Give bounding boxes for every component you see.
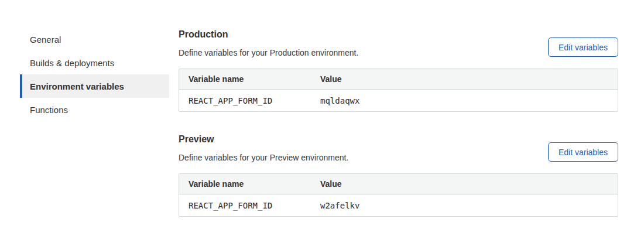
settings-content: Production Define variables for your Pro… bbox=[179, 29, 618, 217]
sidebar-item-functions[interactable]: Functions bbox=[20, 98, 169, 121]
column-header-value: Value bbox=[311, 74, 618, 84]
production-section: Production Define variables for your Pro… bbox=[179, 29, 618, 112]
variable-value-cell: mqldaqwx bbox=[311, 96, 618, 105]
sidebar-item-builds-deployments[interactable]: Builds & deployments bbox=[20, 51, 169, 74]
edit-variables-button-preview[interactable]: Edit variables bbox=[548, 142, 618, 162]
production-variables-table: Variable name Value REACT_APP_FORM_ID mq… bbox=[179, 69, 618, 112]
variable-value-cell: w2afelkv bbox=[311, 201, 618, 210]
sidebar-item-environment-variables[interactable]: Environment variables bbox=[20, 74, 169, 98]
column-header-variable-name: Variable name bbox=[179, 179, 311, 189]
preview-variables-table: Variable name Value REACT_APP_FORM_ID w2… bbox=[179, 173, 618, 217]
settings-sidebar: General Builds & deployments Environment… bbox=[20, 28, 169, 121]
variable-name-cell: REACT_APP_FORM_ID bbox=[179, 201, 311, 210]
table-header-row: Variable name Value bbox=[179, 174, 618, 194]
column-header-variable-name: Variable name bbox=[179, 74, 311, 84]
table-row: REACT_APP_FORM_ID w2afelkv bbox=[179, 194, 618, 216]
variable-name-cell: REACT_APP_FORM_ID bbox=[179, 96, 311, 105]
table-row: REACT_APP_FORM_ID mqldaqwx bbox=[179, 90, 618, 111]
table-header-row: Variable name Value bbox=[179, 69, 618, 90]
sidebar-item-general[interactable]: General bbox=[20, 28, 169, 51]
edit-variables-button-production[interactable]: Edit variables bbox=[548, 37, 618, 57]
preview-section: Preview Define variables for your Previe… bbox=[179, 134, 618, 217]
column-header-value: Value bbox=[311, 179, 618, 189]
